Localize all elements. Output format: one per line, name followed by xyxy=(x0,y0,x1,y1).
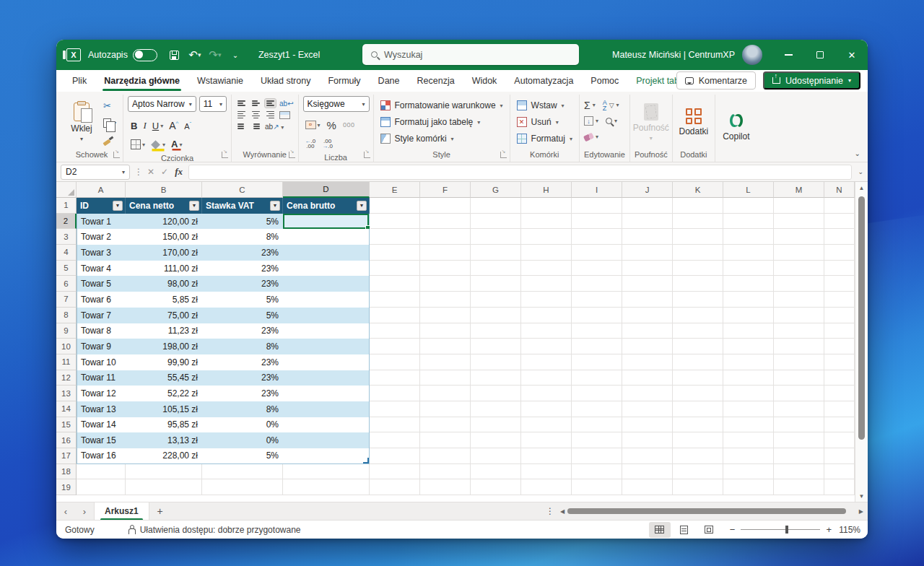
cell-D19[interactable] xyxy=(283,479,370,495)
cell-M17[interactable] xyxy=(774,448,824,464)
column-header-J[interactable]: J xyxy=(622,182,673,198)
cell-M9[interactable] xyxy=(774,323,824,339)
expand-formula-bar-chevron-icon[interactable]: ⌄ xyxy=(858,168,863,175)
number-format-select[interactable]: Księgowe▾ xyxy=(303,96,370,112)
wrap-text-button[interactable]: ab↩ xyxy=(279,100,294,108)
cell-F10[interactable] xyxy=(420,339,471,354)
cell-D12[interactable] xyxy=(283,370,370,386)
font-size-select[interactable]: 11▾ xyxy=(199,96,227,112)
cell-M15[interactable] xyxy=(774,417,824,433)
cell-M3[interactable] xyxy=(774,229,824,245)
cell-G12[interactable] xyxy=(471,370,521,386)
accessibility-status[interactable]: Ułatwienia dostępu: dobrze przygotowane xyxy=(128,525,301,535)
cell-K6[interactable] xyxy=(673,276,723,292)
cell-I12[interactable] xyxy=(572,370,622,386)
row-header-17[interactable]: 17 xyxy=(56,448,77,464)
cell-H4[interactable] xyxy=(521,245,572,261)
cell-N15[interactable] xyxy=(824,417,855,433)
cell-I11[interactable] xyxy=(572,354,622,370)
cell-E4[interactable] xyxy=(370,245,420,261)
cell-C8[interactable]: 5% xyxy=(202,308,283,323)
cell-F14[interactable] xyxy=(420,401,471,417)
row-header-12[interactable]: 12 xyxy=(56,370,77,386)
cell-J4[interactable] xyxy=(622,245,673,261)
cell-C16[interactable]: 0% xyxy=(202,432,283,448)
cell-I2[interactable] xyxy=(572,214,622,230)
cell-E8[interactable] xyxy=(370,308,420,323)
cell-C19[interactable] xyxy=(202,479,283,495)
cell-F1[interactable] xyxy=(420,198,471,214)
cell-C15[interactable]: 0% xyxy=(202,417,283,433)
cell-G9[interactable] xyxy=(471,323,521,339)
column-header-B[interactable]: B xyxy=(126,182,202,198)
collapse-ribbon-chevron-icon[interactable]: ⌄ xyxy=(855,149,860,157)
cell-N19[interactable] xyxy=(824,479,855,495)
cell-G11[interactable] xyxy=(471,354,521,370)
cell-A5[interactable]: Towar 4 xyxy=(77,261,126,277)
cancel-formula-button[interactable]: ✕ xyxy=(147,167,154,177)
row-header-9[interactable]: 9 xyxy=(56,323,77,339)
sheet-options-icon[interactable]: ⋮ xyxy=(546,506,554,516)
borders-button[interactable]: ▾ xyxy=(131,139,145,149)
row-header-2[interactable]: 2 xyxy=(56,214,77,230)
cell-B15[interactable]: 95,85 zł xyxy=(126,417,202,433)
cell-G7[interactable] xyxy=(471,292,521,308)
cell-H6[interactable] xyxy=(521,276,572,292)
cell-E10[interactable] xyxy=(370,339,420,354)
cell-K2[interactable] xyxy=(673,214,723,230)
cell-J6[interactable] xyxy=(622,276,673,292)
cell-H19[interactable] xyxy=(521,479,572,495)
copy-button[interactable]: ▾ xyxy=(101,116,118,131)
page-break-view-button[interactable] xyxy=(698,522,720,538)
cell-H17[interactable] xyxy=(521,448,572,464)
cell-M4[interactable] xyxy=(774,245,824,261)
cell-N5[interactable] xyxy=(824,261,855,277)
undo-button[interactable]: ↶▾ xyxy=(186,45,204,64)
cell-J8[interactable] xyxy=(622,308,673,323)
clipboard-dialog-launcher[interactable] xyxy=(113,152,120,158)
cell-I7[interactable] xyxy=(572,292,622,308)
row-header-1[interactable]: 1 xyxy=(56,198,77,214)
cell-H13[interactable] xyxy=(521,386,572,401)
normal-view-button[interactable] xyxy=(649,522,671,538)
minimize-button[interactable] xyxy=(772,40,804,70)
orientation-button[interactable]: ab↗ ▾ xyxy=(265,123,284,131)
cell-I5[interactable] xyxy=(572,261,622,277)
cell-A17[interactable]: Towar 16 xyxy=(77,448,126,464)
cell-J14[interactable] xyxy=(622,401,673,417)
cell-N12[interactable] xyxy=(824,370,855,386)
prev-sheet-button[interactable]: ‹ xyxy=(56,506,75,517)
column-header-D[interactable]: D xyxy=(283,182,370,198)
cell-D7[interactable] xyxy=(283,292,370,308)
cell-H9[interactable] xyxy=(521,323,572,339)
cell-L13[interactable] xyxy=(723,386,774,401)
cell-K9[interactable] xyxy=(673,323,723,339)
cell-N6[interactable] xyxy=(824,276,855,292)
cell-C18[interactable] xyxy=(202,464,283,480)
column-header-H[interactable]: H xyxy=(521,182,572,198)
cell-L15[interactable] xyxy=(723,417,774,433)
cell-A2[interactable]: Towar 1 xyxy=(77,214,126,230)
tab-formuły[interactable]: Formuły xyxy=(319,70,369,92)
cell-I13[interactable] xyxy=(572,386,622,401)
cell-B14[interactable]: 105,15 zł xyxy=(126,401,202,417)
cell-D3[interactable] xyxy=(283,229,370,245)
column-header-C[interactable]: C xyxy=(202,182,283,198)
scroll-left-icon[interactable]: ◀ xyxy=(560,508,565,515)
cell-L16[interactable] xyxy=(723,432,774,448)
vertical-scrollbar[interactable]: ▲ ▼ xyxy=(855,182,868,502)
cell-B19[interactable] xyxy=(126,479,202,495)
cell-E19[interactable] xyxy=(370,479,420,495)
row-header-19[interactable]: 19 xyxy=(56,479,77,495)
increase-indent-button[interactable] xyxy=(250,122,261,131)
cell-D14[interactable] xyxy=(283,401,370,417)
cell-E16[interactable] xyxy=(370,432,420,448)
cell-A3[interactable]: Towar 2 xyxy=(77,229,126,245)
cell-G8[interactable] xyxy=(471,308,521,323)
cell-J7[interactable] xyxy=(622,292,673,308)
cell-N14[interactable] xyxy=(824,401,855,417)
cell-M11[interactable] xyxy=(774,354,824,370)
cell-G16[interactable] xyxy=(471,432,521,448)
cell-K1[interactable] xyxy=(673,198,723,214)
cell-I10[interactable] xyxy=(572,339,622,354)
